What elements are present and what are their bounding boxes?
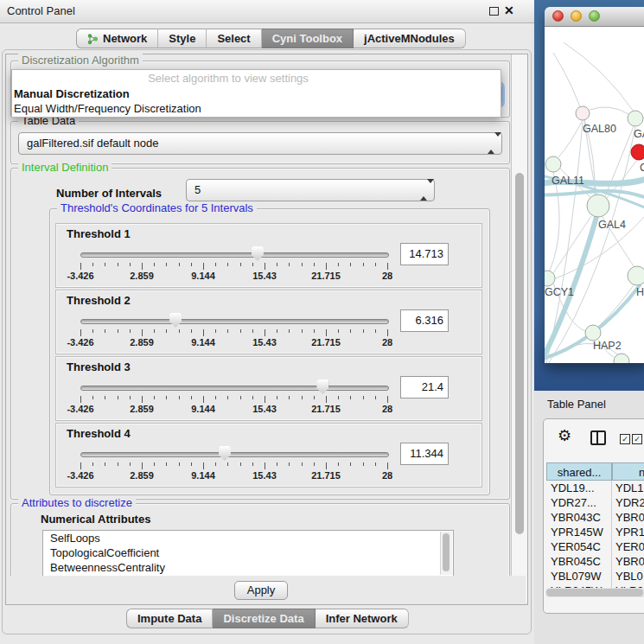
float-window-icon[interactable]	[489, 7, 499, 16]
slider-tick	[240, 462, 241, 466]
slider-handle[interactable]	[219, 446, 231, 461]
slider-tick	[252, 462, 253, 466]
tab-cyni-toolbox[interactable]: Cyni Toolbox	[262, 29, 354, 48]
table-data-combobox[interactable]: galFiltered.sif default node	[18, 132, 502, 155]
network-edge[interactable]	[590, 107, 628, 114]
table-row[interactable]: YER054CYER0	[546, 539, 644, 554]
slider-tick	[375, 462, 376, 466]
numerical-attributes-list[interactable]: SelfLoopsTopologicalCoefficientBetweenne…	[42, 530, 454, 577]
slider-tick	[326, 329, 327, 336]
cell-name: YDL1	[612, 481, 644, 495]
slider-tick-label: 28	[368, 271, 406, 281]
tab-style[interactable]: Style	[158, 29, 207, 48]
slider-tick-label: 2.859	[123, 470, 161, 481]
panel-scrollbar[interactable]	[511, 54, 527, 603]
network-edge[interactable]	[558, 120, 583, 157]
threshold-panel-4: Threshold 4-3.4262.8599.14415.4321.71528…	[55, 423, 482, 488]
slider-tick	[375, 329, 376, 333]
slider-track[interactable]	[80, 319, 389, 324]
slider-tick	[154, 396, 155, 399]
network-node[interactable]	[576, 106, 590, 120]
cell-shared-name: YER054C	[546, 539, 612, 554]
checkbox-icon[interactable]: ✓	[620, 434, 630, 444]
network-node[interactable]	[545, 156, 561, 172]
table-row[interactable]: YDR27...YDR2	[546, 495, 644, 510]
close-icon[interactable]: ✕	[504, 3, 514, 17]
slider-tick	[240, 329, 241, 333]
list-scrollbar[interactable]	[440, 532, 452, 575]
slider-tick-label: 9.144	[184, 337, 222, 348]
slider-handle[interactable]	[252, 246, 264, 261]
columns-icon[interactable]	[590, 430, 606, 445]
threshold-value-field[interactable]: 14.713	[400, 243, 449, 265]
attribute-item-betweennesscentrality[interactable]: BetweennessCentrality	[43, 560, 453, 575]
tab-impute-data[interactable]: Impute Data	[126, 609, 213, 628]
slider-tick	[265, 396, 265, 403]
minimize-window-icon[interactable]	[571, 10, 582, 22]
column-header-shared[interactable]: shared...	[546, 462, 612, 481]
slider-tick	[314, 263, 315, 266]
slider-tick	[387, 329, 388, 336]
slider-tick-label: -3.426	[61, 271, 99, 281]
apply-button[interactable]: Apply	[234, 581, 288, 600]
table-row[interactable]: YBR045CYBR0	[546, 554, 644, 569]
panel-scrollbar-thumb[interactable]	[515, 173, 524, 534]
slider-track[interactable]	[80, 252, 389, 258]
node-label-c: C	[640, 162, 644, 174]
slider-tick	[375, 396, 376, 399]
tab-network[interactable]: Network	[76, 29, 158, 48]
table-panel: ⚙ ✓ ✓ shared...naYDL19...YDL1YDR27...YDR…	[543, 418, 644, 614]
network-node[interactable]	[614, 354, 629, 363]
network-node[interactable]	[587, 194, 609, 217]
dropdown-option-manual-discretization[interactable]: Manual Discretization	[12, 86, 501, 101]
table-row[interactable]: YDL19...YDL1	[546, 481, 644, 495]
tab-label: Discretize Data	[223, 612, 303, 625]
slider-tick	[203, 263, 204, 270]
numerical-attributes-label: Numerical Attributes	[41, 513, 150, 526]
network-node[interactable]	[628, 111, 643, 126]
slider-track[interactable]	[80, 452, 389, 457]
table-hscrollbar[interactable]	[545, 588, 644, 597]
tab-jactivemnodules[interactable]: jActiveMNodules	[354, 29, 466, 48]
threshold-value-field[interactable]: 6.316	[400, 309, 449, 332]
slider-track[interactable]	[80, 386, 389, 391]
network-edge[interactable]	[550, 172, 559, 271]
attributes-group-title: Attributes to discretize	[18, 496, 136, 510]
table-header-row: shared...na	[546, 462, 644, 481]
tab-select[interactable]: Select	[207, 29, 261, 48]
tab-discretize-data[interactable]: Discretize Data	[213, 609, 315, 628]
threshold-panel-1: Threshold 1-3.4262.8599.14415.4321.71528…	[55, 223, 482, 288]
network-canvas[interactable]: GAL80GACGAL11GAL4GCY1HHAP2	[545, 27, 644, 363]
threshold-value-field[interactable]: 11.344	[400, 443, 449, 465]
slider-tick-label: 15.43	[245, 337, 284, 348]
slider-tick	[387, 396, 388, 403]
node-table[interactable]: shared...naYDL19...YDL1YDR27...YDR2YBR04…	[546, 462, 644, 590]
checkbox-icon[interactable]: ✓	[632, 434, 642, 444]
bottom-tab-bar: Impute DataDiscretize DataInfer Network	[126, 609, 409, 628]
slider-handle[interactable]	[316, 379, 328, 394]
dropdown-option-equal-width-frequency-discretization[interactable]: Equal Width/Frequency Discretization	[12, 101, 501, 116]
slider-tick-label: 21.715	[307, 271, 345, 281]
table-panel-title: Table Panel	[547, 398, 606, 411]
slider-tick	[326, 263, 327, 270]
table-row[interactable]: YBR043CYBR0	[546, 510, 644, 525]
slider-handle[interactable]	[169, 313, 182, 328]
close-window-icon[interactable]	[552, 10, 564, 22]
number-of-intervals-combobox[interactable]: 5	[186, 179, 435, 201]
table-row[interactable]: YBL079WYBL0	[546, 569, 644, 583]
threshold-label: Threshold 3	[67, 360, 131, 373]
slider-tick	[203, 396, 204, 403]
network-edge[interactable]	[564, 42, 634, 112]
attribute-item-topologicalcoefficient[interactable]: TopologicalCoefficient	[43, 545, 453, 560]
threshold-value-field[interactable]: 21.4	[400, 376, 449, 399]
network-edge[interactable]	[598, 285, 634, 327]
zoom-window-icon[interactable]	[589, 10, 600, 22]
column-header-name[interactable]: na	[612, 462, 644, 481]
table-row[interactable]: YPR145WYPR1	[546, 525, 644, 539]
network-node[interactable]	[585, 325, 601, 341]
attribute-item-selfloops[interactable]: SelfLoops	[43, 531, 453, 545]
gear-icon[interactable]: ⚙	[558, 428, 571, 443]
tab-infer-network[interactable]: Infer Network	[316, 609, 409, 628]
network-node[interactable]	[628, 266, 644, 285]
network-node[interactable]	[631, 144, 644, 160]
